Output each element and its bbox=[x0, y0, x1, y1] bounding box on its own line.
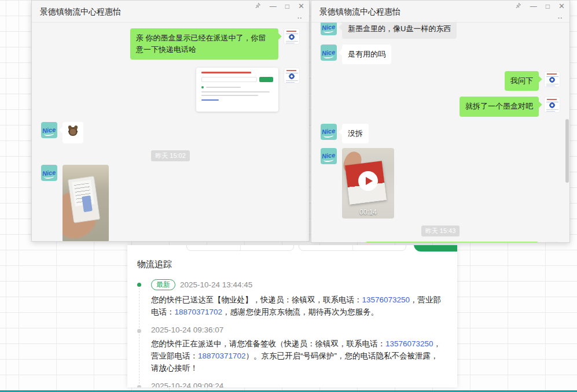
message-bubble[interactable]: 亲 你的墨盒显示已经在派送中了，你留意一下快递电话哈 bbox=[130, 28, 278, 60]
panel-title: 物流追踪 bbox=[137, 259, 444, 270]
peer-avatar-label: Nice bbox=[42, 127, 56, 134]
link-card-thumbnail[interactable] bbox=[196, 68, 278, 112]
minimize-icon[interactable]: — bbox=[530, 2, 537, 10]
message-row bbox=[41, 68, 300, 112]
entry-time: 2025-10-24 13:44:45 bbox=[180, 280, 252, 289]
maximize-icon[interactable]: □ bbox=[546, 2, 550, 10]
card-green-dot bbox=[201, 86, 204, 88]
tracking-panel: 物流追踪 最新 2025-10-24 13:44:45 您的快件已送达至【物业处… bbox=[127, 245, 457, 387]
entry-time: 2025-10-24 09:09:24 bbox=[151, 382, 223, 387]
message-row: Nice 00:14 bbox=[321, 148, 560, 219]
video-duration: 00:14 bbox=[359, 208, 377, 216]
query-button-partial[interactable] bbox=[414, 245, 457, 252]
maximize-icon[interactable]: □ bbox=[285, 2, 289, 10]
timestamp-badge: 昨天 15:43 bbox=[421, 225, 460, 236]
message-row: Nice 是有用的吗 bbox=[321, 45, 560, 64]
photo-message-thumbnail[interactable] bbox=[63, 165, 109, 241]
timeline-dot-gray bbox=[137, 329, 141, 333]
card-text-bar bbox=[201, 95, 258, 96]
video-message-thumbnail[interactable]: 00:14 bbox=[342, 148, 394, 219]
message-row: Nice bbox=[41, 122, 300, 143]
chat-window-left: 景德镇物流中心程惠怡 — □ ✕ ‥ 亲 你的墨盒显示已经在派送中了，你留意一下… bbox=[31, 0, 310, 242]
message-row: Nice 没拆 bbox=[321, 124, 560, 143]
message-bubble[interactable]: 没拆 bbox=[342, 124, 369, 143]
peer-avatar-label: Nice bbox=[322, 23, 336, 31]
minimize-icon[interactable]: — bbox=[270, 2, 277, 10]
titlebar[interactable]: 景德镇物流中心程惠怡 — □ ✕ ‥ bbox=[32, 1, 309, 23]
message-row: 我问下 bbox=[321, 71, 560, 91]
entry-text: 您的快件正在派送中，请您准备签收（快递员：徐镇双，联系电话：1357607325… bbox=[151, 338, 444, 375]
timeline-dot-gray bbox=[137, 385, 141, 387]
tracking-entry: 最新 2025-10-24 13:44:45 您的快件已送达至【物业处】，快递员… bbox=[137, 279, 444, 326]
card-text-bar bbox=[206, 87, 241, 88]
peer-avatar[interactable]: Nice bbox=[41, 122, 57, 138]
entry-text: 您的快件已送达至【物业处】，快递员：徐镇双，联系电话：13576073250，营… bbox=[151, 294, 444, 319]
window-title: 景德镇物流中心程惠怡 bbox=[319, 7, 400, 17]
window-title: 景德镇物流中心程惠怡 bbox=[40, 7, 121, 17]
peer-avatar[interactable]: Nice bbox=[321, 124, 337, 140]
timestamp-badge: 昨天 15:02 bbox=[151, 150, 190, 161]
phone-number-link[interactable]: 13576073250 bbox=[362, 295, 410, 304]
peer-avatar-label: Nice bbox=[322, 152, 336, 160]
message-bubble[interactable]: 新墨盒里的，像U盘一样的东西 bbox=[342, 23, 457, 39]
message-bubble[interactable]: 这个是升级器来的，如果安装提示用不了再使用的 bbox=[365, 242, 539, 242]
chat-body[interactable]: Nice 新墨盒里的，像U盘一样的东西 Nice 是有用的吗 我问下 就拆了一个… bbox=[311, 23, 569, 242]
message-row: Nice 新墨盒里的，像U盘一样的东西 bbox=[321, 23, 560, 39]
phone-number-link[interactable]: 18870371702 bbox=[175, 308, 223, 316]
peer-avatar[interactable]: Nice bbox=[41, 165, 57, 181]
pin-icon[interactable] bbox=[255, 2, 261, 10]
peer-avatar[interactable]: Nice bbox=[321, 148, 337, 164]
card-text-bar bbox=[201, 91, 270, 93]
card-button-bar bbox=[259, 77, 273, 82]
tracking-entry: 2025-10-24 09:36:07 您的快件正在派送中，请您准备签收（快递员… bbox=[137, 326, 444, 382]
self-avatar[interactable] bbox=[284, 28, 300, 45]
message-bubble[interactable]: 是有用的吗 bbox=[342, 45, 391, 64]
peer-avatar-label: Nice bbox=[322, 128, 336, 135]
card-title-bar bbox=[201, 72, 251, 73]
self-avatar[interactable] bbox=[544, 71, 560, 87]
message-bubble[interactable]: 就拆了一个墨盒对吧 bbox=[460, 97, 539, 116]
titlebar[interactable]: 景德镇物流中心程惠怡 — □ ✕ ‥ bbox=[311, 1, 569, 23]
phone-number-link[interactable]: 18870371702 bbox=[198, 352, 246, 360]
play-icon[interactable] bbox=[358, 171, 378, 191]
scrollbar-thumb[interactable] bbox=[565, 119, 569, 183]
chat-body[interactable]: 亲 你的墨盒显示已经在派送中了，你留意一下快递电话哈 N bbox=[32, 23, 309, 241]
card-input-bar bbox=[201, 77, 257, 82]
more-menu-icon[interactable]: ‥ bbox=[557, 12, 564, 20]
latest-badge: 最新 bbox=[151, 279, 175, 290]
doge-sticker-icon bbox=[68, 126, 78, 136]
message-row: 就拆了一个墨盒对吧 bbox=[321, 97, 560, 116]
phone-number-link[interactable]: 13576073250 bbox=[385, 339, 433, 348]
self-avatar[interactable] bbox=[544, 242, 560, 242]
peer-avatar[interactable]: Nice bbox=[321, 23, 337, 35]
pin-icon[interactable] bbox=[515, 2, 521, 10]
message-row: 亲 你的墨盒显示已经在派送中了，你留意一下快递电话哈 bbox=[41, 28, 300, 60]
entry-time: 2025-10-24 09:36:07 bbox=[151, 326, 223, 334]
tracking-input-partial[interactable] bbox=[299, 245, 406, 251]
tracking-input-partial[interactable] bbox=[186, 245, 294, 251]
more-menu-icon[interactable]: ‥ bbox=[297, 12, 303, 20]
message-row: Nice bbox=[41, 165, 300, 241]
card-link-bar bbox=[201, 99, 219, 101]
timeline-dot-green bbox=[137, 283, 141, 287]
message-row: 这个是升级器来的，如果安装提示用不了再使用的 bbox=[321, 242, 560, 242]
close-icon[interactable]: ✕ bbox=[298, 2, 304, 10]
message-bubble[interactable] bbox=[63, 122, 83, 143]
close-icon[interactable]: ✕ bbox=[558, 2, 565, 10]
self-avatar[interactable] bbox=[544, 97, 560, 113]
peer-avatar-label: Nice bbox=[42, 169, 56, 177]
chat-window-right: 景德镇物流中心程惠怡 — □ ✕ ‥ Nice 新墨盒里的，像U盘一样的东西 N… bbox=[311, 0, 570, 243]
peer-avatar-label: Nice bbox=[322, 49, 336, 56]
peer-avatar[interactable]: Nice bbox=[321, 45, 337, 61]
desktop: { "window_title": "景德镇物流中心程惠怡", "titleba… bbox=[0, 0, 577, 392]
tracking-entry: 2025-10-24 09:09:24 您的快件已到达【景德镇昌江站】。 bbox=[137, 382, 444, 387]
self-avatar[interactable] bbox=[284, 68, 300, 84]
message-bubble[interactable]: 我问下 bbox=[505, 71, 539, 91]
